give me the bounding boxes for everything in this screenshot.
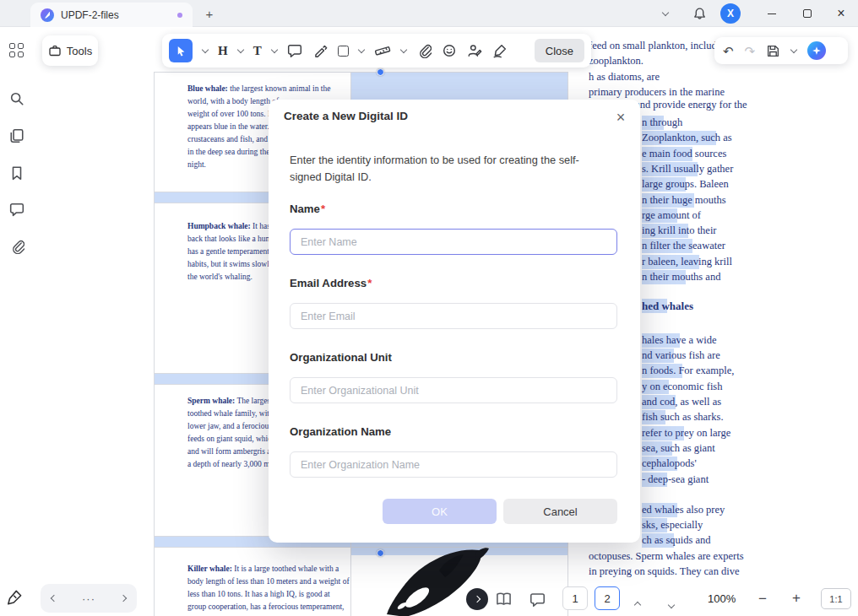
doc-text-line: habits, but it swims slowly. It [187, 259, 282, 270]
doc-text-line: large groups. Baleen [642, 177, 730, 192]
doc-text-line: n foods. For example, [642, 364, 736, 378]
organizational-unit-field[interactable] [290, 377, 617, 403]
redo-icon[interactable]: ↷ [745, 45, 756, 57]
doc-text-line: fish such as sharks. [642, 410, 725, 424]
chevron-right-icon [474, 596, 481, 602]
updf-logo-icon [41, 8, 54, 22]
tab-list-chevron-icon[interactable] [655, 3, 676, 24]
expand-bar-button[interactable] [466, 588, 488, 610]
doc-text-line: hed whales [642, 299, 695, 313]
doc-text-line: ch as squids and [642, 533, 713, 548]
attachments-panel-icon[interactable] [9, 239, 24, 254]
ok-button[interactable]: OK [383, 499, 497, 524]
text-tool-chevron-icon[interactable] [270, 46, 277, 52]
ruler-icon [374, 43, 391, 58]
annotation-toolbar: H T Close [162, 34, 591, 68]
sticker-icon [442, 43, 457, 58]
pager-next-icon[interactable] [120, 595, 127, 602]
doc-text-line: Blue whale: the largest known animal in … [187, 84, 330, 95]
doc-text-line: n through [642, 116, 684, 130]
cancel-button[interactable]: Cancel [503, 499, 617, 524]
shape-tool-chevron-icon[interactable] [357, 46, 364, 52]
dialog-close-icon[interactable]: × [611, 107, 631, 127]
table-border [154, 72, 567, 73]
doc-text-line: appears blue in the water. It f [187, 122, 281, 132]
attachment-tool[interactable] [416, 43, 432, 58]
shape-tool[interactable] [338, 46, 349, 57]
heading-tool-chevron-icon[interactable] [236, 46, 243, 52]
page-2-thumbnail-button[interactable]: 2 [595, 586, 620, 610]
document-tab[interactable]: UPDF-2-files [30, 3, 193, 27]
reading-mode-icon[interactable] [495, 591, 513, 608]
measure-tool-chevron-icon[interactable] [399, 46, 406, 52]
doc-text-line: h as diatoms, are [589, 70, 661, 84]
user-avatar[interactable]: X [720, 3, 741, 24]
organization-name-field[interactable] [290, 451, 617, 478]
name-field[interactable] [290, 229, 617, 255]
save-icon[interactable] [766, 44, 780, 58]
required-mark: * [367, 277, 372, 289]
save-options-chevron-icon[interactable] [790, 46, 797, 52]
annotation-list-icon[interactable] [529, 592, 546, 608]
signature-pen-icon [492, 43, 508, 58]
doc-text-line: r baleen, leaving krill [642, 255, 734, 269]
thumbnails-panel-icon[interactable] [9, 43, 24, 58]
zoom-in-button[interactable]: + [792, 591, 801, 605]
ai-assistant-button[interactable] [807, 41, 826, 60]
zoom-level[interactable]: 100% [708, 592, 736, 605]
email-field[interactable] [290, 303, 617, 329]
new-tab-button[interactable]: + [201, 5, 218, 22]
name-label: Name* [290, 203, 325, 215]
pages-panel-icon[interactable] [9, 128, 24, 143]
doc-text-line: refer to prey on large [642, 426, 732, 440]
selection-handle-bottom[interactable] [377, 549, 384, 557]
measure-tool[interactable] [374, 43, 391, 58]
comments-panel-icon[interactable] [9, 202, 24, 217]
bookmark-panel-icon[interactable] [9, 165, 24, 181]
notification-bell-icon[interactable] [689, 3, 709, 24]
search-icon[interactable] [9, 91, 24, 106]
tools-button[interactable]: Tools [42, 35, 98, 66]
doc-text-line: feed on small plankton, including [589, 39, 732, 53]
doc-text-line: n filter the seawater [642, 239, 727, 253]
doc-text-line: the world's whaling. [187, 272, 253, 283]
history-save-toolbar: ↶ ↷ [714, 37, 848, 64]
close-window-button[interactable]: × [831, 3, 851, 24]
minimize-button[interactable] [762, 3, 782, 24]
select-tool-chevron-icon[interactable] [202, 46, 209, 52]
page-1-thumbnail-button[interactable]: 1 [562, 586, 588, 610]
text-tool[interactable]: T [253, 44, 262, 58]
sidebar-pager: ··· [41, 584, 137, 613]
doc-text-line: s. Krill usually gather [642, 162, 735, 176]
close-toolbar-button[interactable]: Close [535, 39, 584, 62]
ink-signature-icon[interactable] [7, 589, 22, 604]
doc-text-line: hales have a wide [642, 333, 719, 348]
pager-more-button[interactable]: ··· [82, 593, 95, 604]
doc-text-line: body length of less than 10 meters and a… [187, 576, 350, 587]
selection-handle-top[interactable] [377, 68, 384, 76]
organization-name-label: Organization Name [290, 425, 391, 438]
doc-text-line: Zooplankton, such as [642, 131, 734, 145]
heading-tool[interactable]: H [218, 44, 228, 58]
dialog-title: Create a New Digital ID [284, 110, 408, 122]
doc-text-line: - deep-sea giant [642, 473, 710, 487]
previous-page-button[interactable] [635, 596, 640, 611]
pager-prev-icon[interactable] [51, 595, 57, 602]
tab-title: UPDF-2-files [61, 9, 119, 21]
sticker-tool[interactable] [442, 43, 457, 58]
doc-text-line: octopuses. Sperm whales are experts [589, 549, 746, 564]
maximize-button[interactable] [797, 3, 817, 24]
comment-tool[interactable] [287, 43, 302, 58]
next-page-button[interactable] [669, 596, 674, 611]
doc-text-line: night. [187, 159, 206, 170]
select-tool[interactable] [169, 39, 193, 62]
doc-text-line: in preying on squids. They can dive [589, 565, 741, 579]
signature-tool[interactable] [492, 43, 508, 58]
doc-text-line: ing krill into their [642, 224, 719, 238]
highlighter-tool[interactable] [312, 43, 328, 58]
undo-icon[interactable]: ↶ [723, 45, 734, 57]
actual-size-button[interactable]: 1:1 [821, 588, 851, 609]
zoom-out-button[interactable]: − [758, 592, 767, 606]
tools-label: Tools [67, 45, 92, 57]
request-signature-tool[interactable] [467, 43, 482, 58]
